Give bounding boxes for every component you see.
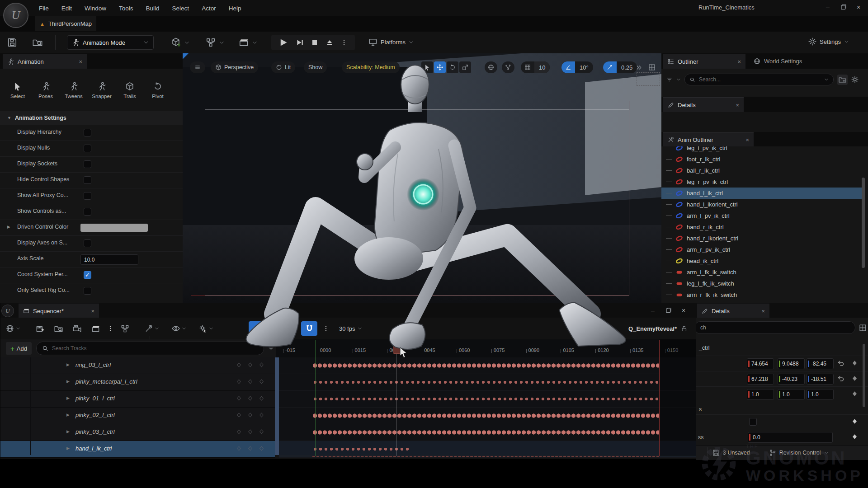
menu-edit[interactable]: Edit <box>55 5 78 12</box>
restore-button[interactable] <box>835 2 851 13</box>
setting-checkbox[interactable] <box>84 239 91 247</box>
frame-skip-button[interactable] <box>296 38 304 47</box>
details-number-field[interactable]: 0.0 <box>748 432 833 443</box>
transform-y-field[interactable]: 9.0488 <box>778 358 805 369</box>
setting-checkbox[interactable] <box>84 129 91 136</box>
keyframe-dots[interactable] <box>312 447 410 451</box>
save-icon[interactable] <box>7 38 17 47</box>
timeline-ruler[interactable]: -015000000150030004500600075009001050120… <box>276 339 696 358</box>
chevron-down-icon[interactable] <box>155 326 159 331</box>
create-asset-icon[interactable] <box>36 324 44 333</box>
world-settings-tab[interactable]: World Settings <box>748 54 807 69</box>
details-tab-lower[interactable]: Details × <box>697 304 769 318</box>
blueprints-icon[interactable] <box>206 38 216 47</box>
keyframe-nav-buttons[interactable] <box>236 379 264 384</box>
sequencer-maximize-button[interactable] <box>660 305 676 316</box>
render-movie-icon[interactable] <box>91 324 100 333</box>
camera-speed-control[interactable]: 0.25 <box>603 61 637 73</box>
menu-build[interactable]: Build <box>140 5 166 12</box>
track-keyframe-lane[interactable] <box>279 391 696 408</box>
sequencer-track-row[interactable]: ▶hand_l_ik_ctrl <box>0 441 275 458</box>
playhead-line[interactable] <box>396 342 397 456</box>
menu-help[interactable]: Help <box>222 5 248 12</box>
keyframe-diamond-icon[interactable] <box>852 375 858 381</box>
menu-actor[interactable]: Actor <box>195 5 222 12</box>
select-tool-button[interactable] <box>421 61 433 73</box>
transform-z-field[interactable]: -82.45 <box>807 358 834 369</box>
anim-tool-trails[interactable]: Trails <box>117 76 143 105</box>
more-options-icon[interactable] <box>323 325 329 332</box>
revert-icon[interactable] <box>837 360 844 367</box>
track-keyframe-lane[interactable] <box>279 408 696 424</box>
anim-outliner-item[interactable]: arm_r_fk_ik_switch <box>661 289 863 300</box>
sequencer-tab[interactable]: Sequencer* × <box>19 304 99 318</box>
world-coord-button[interactable] <box>485 61 497 73</box>
close-icon[interactable]: × <box>736 102 739 108</box>
keyframe-diamond-icon[interactable] <box>852 391 858 397</box>
anim-outliner-item[interactable]: foot_r_ik_ctrl <box>661 154 863 165</box>
anim-outliner-item[interactable]: arm_l_pv_ik_ctrl <box>661 210 863 221</box>
scalability-badge[interactable]: Scalability: Medium <box>342 61 400 73</box>
keyframe-edit-pencil-icon[interactable] <box>277 324 285 333</box>
close-button[interactable]: × <box>851 2 866 13</box>
snap-magnet-button[interactable] <box>301 321 317 336</box>
camera-icon[interactable] <box>73 324 81 333</box>
anim-outliner-item[interactable]: hand_r_ikorient_ctrl <box>661 233 863 244</box>
setting-checkbox[interactable] <box>84 176 91 184</box>
platforms-dropdown[interactable]: Platforms <box>368 38 414 47</box>
caret-right-icon[interactable]: ▶ <box>7 225 10 229</box>
close-icon[interactable]: × <box>91 308 94 314</box>
chevron-down-icon[interactable] <box>209 326 213 331</box>
caret-right-icon[interactable]: ▶ <box>66 429 70 434</box>
outliner-tab[interactable]: Outliner × <box>663 54 745 69</box>
sequencer-track-row[interactable]: ▶ring_03_l_ctrl <box>0 357 275 374</box>
chevron-down-icon[interactable] <box>16 326 20 331</box>
more-options-icon[interactable] <box>341 39 347 46</box>
transform-y-field[interactable]: 1.0 <box>778 389 805 400</box>
table-view-icon[interactable] <box>859 324 867 332</box>
keyframe-nav-buttons[interactable] <box>236 446 264 451</box>
track-keyframe-lane[interactable] <box>279 441 696 458</box>
setting-checkbox[interactable] <box>84 208 91 216</box>
chevron-down-icon[interactable] <box>287 326 291 331</box>
anim-tool-poses[interactable]: Poses <box>33 76 59 105</box>
sequence-name[interactable]: Q_EnemyReveal* <box>628 325 677 332</box>
close-icon[interactable]: × <box>745 136 749 143</box>
mode-selector[interactable]: Animation Mode <box>67 35 154 50</box>
view-options-eye-icon[interactable] <box>172 324 180 333</box>
animation-panel-tab[interactable]: Animation × <box>3 54 87 69</box>
fps-dropdown[interactable]: 30 fps <box>339 325 362 332</box>
show-dropdown[interactable]: Show <box>304 61 327 73</box>
keyframe-dots[interactable] <box>312 413 659 418</box>
anim-outliner-item[interactable]: head_ik_ctrl <box>661 255 863 267</box>
menu-window[interactable]: Window <box>78 5 113 12</box>
viewport-options-button[interactable] <box>190 61 205 73</box>
sequencer-scrollbar[interactable] <box>275 357 279 455</box>
setting-checkbox[interactable] <box>84 192 91 200</box>
level-tab[interactable]: ▲ ThirdPersonMap <box>35 16 96 31</box>
cinematics-icon[interactable] <box>239 38 249 47</box>
rotation-snap-control[interactable]: 10° <box>561 61 593 73</box>
playback-options-gear-icon[interactable] <box>199 324 207 333</box>
chevron-down-icon[interactable] <box>252 40 257 45</box>
sequencer-track-row[interactable]: ▶pinky_metacarpal_l_ctrl <box>0 374 275 391</box>
search-tracks-input[interactable]: Search Tracks <box>36 342 264 355</box>
setting-checkbox[interactable] <box>84 287 91 295</box>
keyframe-dots[interactable] <box>312 380 659 384</box>
content-browser-icon[interactable] <box>33 38 42 47</box>
grid-snap-control[interactable]: 10 <box>521 61 550 73</box>
viewport[interactable]: Perspective Lit Show Scalability: Medium… <box>183 53 661 303</box>
transform-x-field[interactable]: 67.218 <box>747 374 774 385</box>
actor-sequence-icon[interactable] <box>121 324 129 333</box>
keyframe-diamond-icon[interactable] <box>852 418 858 424</box>
play-button[interactable] <box>279 38 288 47</box>
anim-tool-snapper[interactable]: Snapper <box>89 76 115 105</box>
anim-outliner-item[interactable]: arm_r_pv_ik_ctrl <box>661 244 863 255</box>
menu-file[interactable]: File <box>33 5 55 12</box>
anim-tool-tweens[interactable]: Tweens <box>61 76 87 105</box>
anim-outliner-item[interactable]: ball_r_ik_ctrl <box>661 165 863 176</box>
chevron-down-icon[interactable] <box>676 77 681 82</box>
keyframe-dots[interactable] <box>312 397 659 401</box>
timeline-lanes[interactable] <box>279 357 696 455</box>
transform-x-field[interactable]: 74.654 <box>747 358 774 369</box>
